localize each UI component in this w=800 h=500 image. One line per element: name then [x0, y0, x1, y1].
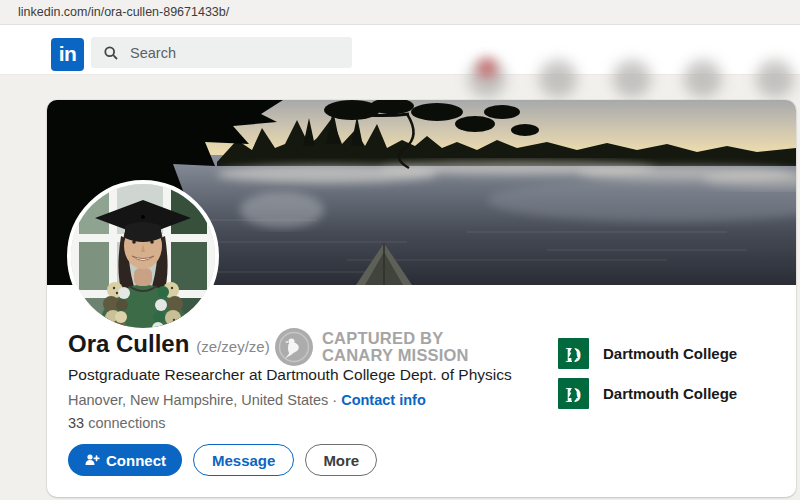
dartmouth-logo: D [558, 378, 589, 409]
linkedin-logo[interactable]: in [51, 38, 84, 71]
search-input[interactable] [128, 44, 332, 62]
person-plus-icon [84, 452, 100, 468]
canary-mission-watermark: CAPTURED BY CANARY MISSION [275, 328, 469, 366]
dartmouth-logo: D [558, 338, 589, 369]
canary-mission-icon [275, 328, 313, 366]
location-row: Hanover, New Hampshire, United States·Co… [68, 392, 426, 408]
message-button[interactable]: Message [193, 444, 294, 476]
connections-link[interactable]: 33 connections [68, 415, 166, 431]
nav-notification-badge-blurred [477, 58, 497, 78]
nav-icon-blurred[interactable] [756, 60, 794, 98]
profile-card: Ora Cullen (ze/zey/ze) CAPTURED BY CANAR… [47, 100, 796, 497]
search-box[interactable] [91, 37, 352, 68]
connections-count: 33 [68, 415, 84, 431]
message-label: Message [212, 452, 275, 469]
name-row: Ora Cullen (ze/zey/ze) [68, 330, 270, 358]
watermark-line1: CAPTURED BY [322, 330, 469, 348]
action-buttons: Connect Message More [68, 444, 377, 476]
nav-icon-blurred[interactable] [613, 60, 651, 98]
more-button[interactable]: More [305, 444, 377, 476]
connect-label: Connect [106, 452, 166, 469]
affiliation-label: Dartmouth College [603, 345, 737, 362]
profile-pronouns: (ze/zey/ze) [196, 338, 269, 355]
connect-button[interactable]: Connect [68, 444, 182, 476]
more-label: More [323, 452, 359, 469]
watermark-line2: CANARY MISSION [322, 347, 469, 365]
nav-icon-blurred[interactable] [539, 60, 577, 98]
linkedin-top-nav: in [0, 25, 800, 75]
profile-headline: Postgraduate Researcher at Dartmouth Col… [68, 366, 512, 384]
separator-dot: · [332, 392, 337, 408]
profile-name: Ora Cullen [68, 330, 189, 358]
browser-address-bar[interactable]: linkedin.com/in/ora-cullen-89671433b/ [0, 0, 800, 25]
affiliation-education[interactable]: D Dartmouth College [558, 378, 737, 409]
affiliations: D Dartmouth College D Dartmouth College [558, 338, 737, 409]
affiliation-label: Dartmouth College [603, 385, 737, 402]
connections-label: connections [88, 415, 165, 431]
search-icon [103, 45, 119, 61]
profile-location: Hanover, New Hampshire, United States [68, 392, 328, 408]
profile-photo[interactable] [67, 180, 219, 332]
affiliation-current-company[interactable]: D Dartmouth College [558, 338, 737, 369]
nav-icon-blurred[interactable] [684, 60, 722, 98]
contact-info-link[interactable]: Contact info [341, 392, 426, 408]
